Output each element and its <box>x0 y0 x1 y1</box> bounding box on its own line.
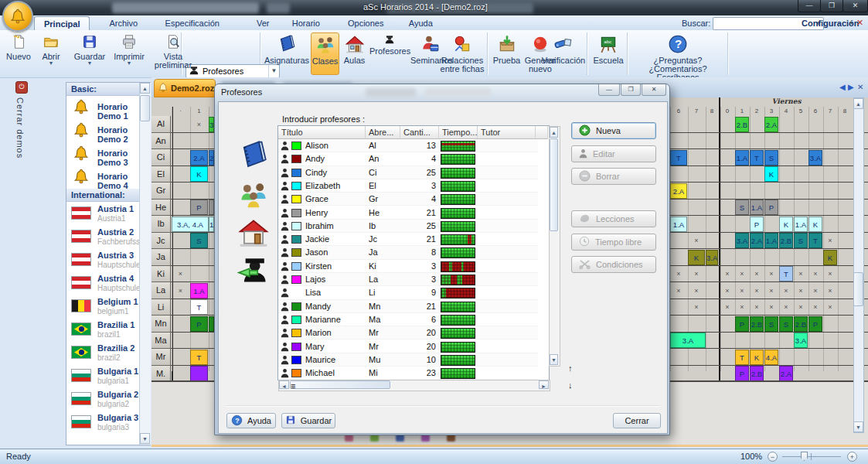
teacher-row-kirsten[interactable]: KirstenKi3 <box>278 260 538 273</box>
teacher-row-henry[interactable]: HenryHe21 <box>278 206 538 220</box>
ribbon-tab-opciones[interactable]: Opciones <box>339 16 393 30</box>
tab-close-icon[interactable]: ✕ <box>857 83 863 91</box>
demo-item-brazilia-1[interactable]: Brazilia 1brazil1 <box>66 318 150 341</box>
demo-item-bulgaria-2[interactable]: Bulgaria 2bulgaria2 <box>66 387 150 411</box>
lesson-card[interactable]: 3.A, 4.A <box>172 217 209 232</box>
lesson-card[interactable]: K <box>779 217 793 232</box>
lesson-card[interactable]: S <box>764 316 778 332</box>
lesson-card[interactable] <box>190 366 208 381</box>
minimize-button[interactable]: — <box>798 0 821 12</box>
blocked-slot-mark[interactable]: × <box>794 299 808 315</box>
blocked-slot-mark[interactable]: × <box>779 299 793 315</box>
teacher-row-elizabeth[interactable]: ElizabethEl3 <box>278 179 538 193</box>
teacher-row-label[interactable]: Ib <box>151 216 171 233</box>
blocked-slot-mark[interactable]: × <box>670 283 687 299</box>
blocked-slot-mark[interactable]: × <box>735 299 749 315</box>
scroll-up-icon[interactable]: ▲ <box>853 98 863 109</box>
lesson-card[interactable]: 3.A <box>794 333 808 348</box>
lesson-card[interactable]: P <box>764 200 778 215</box>
demo-item-bulgaria-3[interactable]: Bulgaria 3bulgaria3 <box>66 411 150 434</box>
scroll-up-icon[interactable]: ▲ <box>550 127 558 138</box>
close-demos-tab[interactable]: ⏻ Cerrar demos <box>15 81 32 197</box>
blocked-slot-mark[interactable]: × <box>794 266 808 281</box>
lesson-card[interactable]: 1.A <box>190 283 208 299</box>
teacher-row-maurice[interactable]: MauriceMu10 <box>278 353 538 367</box>
lesson-card[interactable]: S <box>779 316 793 332</box>
column-header-extra[interactable] <box>536 126 548 139</box>
demo-item-bulgaria-1[interactable]: Bulgaria 1bulgaria1 <box>66 364 150 387</box>
lesson-card[interactable]: 2 <box>209 150 214 165</box>
app-logo[interactable] <box>2 1 33 32</box>
lesson-card[interactable]: 3.A <box>808 150 822 165</box>
nuevo-button[interactable]: Nuevo <box>3 33 34 61</box>
zoom-out-button[interactable]: − <box>768 452 778 462</box>
zoom-slider-thumb[interactable] <box>801 452 808 461</box>
lesson-card[interactable]: 3.A <box>670 333 706 348</box>
teacher-row-label[interactable]: Jc <box>151 233 171 250</box>
teacher-row-mandy[interactable]: MandyMn21 <box>278 300 538 313</box>
blocked-slot-mark[interactable]: × <box>688 233 705 248</box>
demo-scrollbar[interactable]: ▲ ▼ <box>139 83 151 445</box>
move-down-icon[interactable]: ↓ <box>568 380 573 390</box>
teacher-row-jackie[interactable]: JackieJc21 <box>278 233 538 246</box>
lesson-card[interactable]: 2.B <box>779 233 793 248</box>
lesson-card[interactable]: T <box>735 350 749 365</box>
demo-item-horario-demo-2[interactable]: Horario Demo 2 <box>66 119 150 142</box>
borrar-button[interactable]: Borrar <box>571 168 656 185</box>
zoom-slider-track[interactable] <box>782 456 841 457</box>
table-vscrollbar[interactable]: ▲ ▼ <box>549 126 560 367</box>
teacher-row-label[interactable]: Ci <box>151 149 171 166</box>
blocked-slot-mark[interactable]: × <box>688 283 705 299</box>
blocked-slot-mark[interactable]: × <box>750 266 764 281</box>
lesson-card[interactable]: P <box>808 316 822 332</box>
lesson-card[interactable]: T <box>670 150 687 165</box>
teacher-row-ibrahim[interactable]: IbrahimIb25 <box>278 220 538 233</box>
lesson-card[interactable]: S <box>735 200 749 215</box>
close-button[interactable]: ✕ <box>842 0 868 12</box>
lesson-card[interactable]: T <box>750 150 764 165</box>
relaciones-entre-fichas-button[interactable]: Relaciones entre fichas <box>438 32 486 75</box>
teacher-row-mary[interactable]: MaryMr20 <box>278 340 538 353</box>
demo-item-brazilia-2[interactable]: Brazilia 2brazil2 <box>66 341 150 364</box>
teacher-row-label[interactable]: Ja <box>151 249 171 266</box>
save-button[interactable]: Guardar <box>281 413 335 428</box>
vista-preliminar-button[interactable]: Vista preliminar <box>150 33 196 70</box>
teacher-row-andy[interactable]: AndyAn4 <box>278 152 538 165</box>
demo-item-belgium-1[interactable]: Belgium 1belgium1 <box>66 295 150 318</box>
lesson-card[interactable]: 3.A <box>706 250 718 265</box>
teacher-row-lisa[interactable]: LisaLi9 <box>278 286 538 299</box>
teacher-row-grace[interactable]: GraceGr4 <box>278 193 538 206</box>
chevron-down-icon[interactable]: ▼ <box>70 61 110 66</box>
ribbon-tab-ver[interactable]: Ver <box>247 16 279 30</box>
lesson-card[interactable] <box>209 200 214 215</box>
aulas-button[interactable]: Aulas <box>340 32 369 75</box>
column-header-tiempo[interactable]: Tiempo... <box>439 126 478 139</box>
teacher-row-label[interactable]: Ma <box>151 333 171 350</box>
asignaturas-button[interactable]: Asignaturas <box>264 32 310 75</box>
teacher-row-marianne[interactable]: MarianneMa6 <box>278 313 538 326</box>
blocked-slot-mark[interactable]: × <box>190 117 208 132</box>
demo-item-horario-demo-3[interactable]: Horario Demo 3 <box>66 142 150 165</box>
lesson-card[interactable]: 2.A <box>670 183 687 199</box>
lesson-card[interactable]: 2.A <box>779 366 793 381</box>
table-hscrollbar[interactable]: ◄ ≡ ► <box>278 380 550 391</box>
demo-item-austria-3[interactable]: Austria 3Hauptschule1 <box>66 248 150 271</box>
column-header-título[interactable]: Título <box>278 126 366 139</box>
lesson-card[interactable]: 1.A <box>764 233 778 248</box>
teachers-table[interactable]: TítuloAbre...Canti...Tiempo...TutorAliso… <box>277 125 550 380</box>
teacher-row-marion[interactable]: MarionMr20 <box>278 326 538 339</box>
blocked-slot-mark[interactable]: × <box>670 266 687 281</box>
blocked-slot-mark[interactable]: × <box>750 283 764 299</box>
column-header-abre[interactable]: Abre... <box>366 126 400 139</box>
lesson-card[interactable]: T <box>190 299 208 315</box>
lesson-card[interactable]: K <box>750 350 764 365</box>
teacher-row-lajos[interactable]: LajosLa3 <box>278 273 538 286</box>
lesson-card[interactable]: T <box>808 233 822 248</box>
dialog-close-button[interactable]: ✕ <box>642 84 666 96</box>
lesson-card[interactable] <box>209 316 214 332</box>
dialog-restore-button[interactable]: ❐ <box>621 84 641 96</box>
blocked-slot-mark[interactable]: × <box>720 299 734 315</box>
scroll-right-icon[interactable]: ► <box>539 380 549 389</box>
blocked-slot-mark[interactable]: × <box>794 283 808 299</box>
lesson-card[interactable]: P <box>735 316 749 332</box>
